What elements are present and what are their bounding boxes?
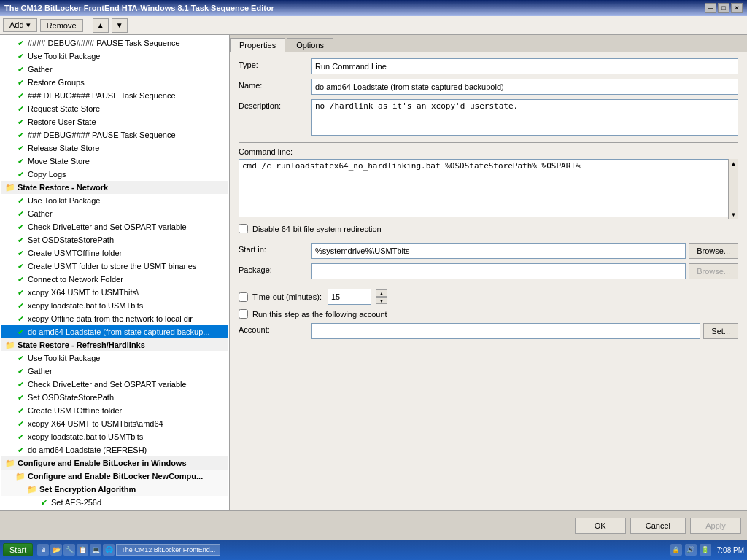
tree-item-copy-logs[interactable]: ✔ Copy Logs (1, 168, 228, 181)
browse2-button[interactable]: Browse... (689, 263, 738, 279)
tree-item-label: Copy Logs (28, 168, 66, 180)
tree-item-label: Restore User State (28, 116, 96, 128)
tree-item-label: xcopy Offline data from the network to l… (28, 313, 193, 324)
tree-item-xcopy-offline[interactable]: ✔ xcopy Offline data from the network to… (1, 312, 228, 325)
check-icon: ✔ (15, 327, 26, 337)
tree-item-label: Set OSDStateStorePath (28, 234, 114, 246)
description-textarea[interactable] (311, 99, 738, 136)
tree-item-check-driveletter[interactable]: ✔ Check DriveLetter and Set OSPART varia… (1, 220, 228, 233)
move-up-button[interactable]: ▲ (93, 18, 109, 33)
tab-properties[interactable]: Properties (230, 38, 285, 52)
start-in-input[interactable] (311, 243, 686, 259)
check-icon: ✔ (38, 497, 50, 508)
folder-icon: 📁 (4, 182, 16, 192)
tree-item-release-state[interactable]: ✔ Release State Store (1, 141, 228, 155)
tree-item-label: xcopy loadstate.bat to USMTbits (28, 431, 143, 443)
tree-item-restore-user-state[interactable]: ✔ Restore User State (1, 115, 228, 128)
tree-item-xcopy-loadstate[interactable]: ✔ xcopy loadstate.bat to USMTbits (1, 299, 228, 312)
tree-subgroup-label: Set Encryption Algorithm (39, 483, 136, 495)
disable64-checkbox[interactable] (239, 224, 248, 233)
account-label: Account: (239, 323, 311, 334)
timeout-input-container: ▲ ▼ (328, 289, 387, 305)
timeout-up-button[interactable]: ▲ (376, 289, 387, 297)
tree-item-xcopy-x64-ref[interactable]: ✔ xcopy X64 USMT to USMTbits\amd64 (1, 417, 228, 430)
tree-item-restore-groups[interactable]: ✔ Restore Groups (1, 76, 228, 89)
add-menu-button[interactable]: Add ▾ (3, 18, 37, 32)
tree-item-xcopy-loadstate-ref[interactable]: ✔ xcopy loadstate.bat to USMTbits (1, 430, 228, 443)
tree-item-set-aes256d[interactable]: ✔ Set AES-256d (1, 496, 228, 509)
tree-item-debug3[interactable]: ✔ ### DEBUG#### PAUSE Task Sequence (1, 128, 228, 141)
tree-item-use-toolkit-net[interactable]: ✔ Use Toolkit Package (1, 194, 228, 207)
tree-item-set-aes128[interactable]: ✔ Set AES-128 (1, 509, 228, 510)
bottom-bar: OK Cancel Apply (0, 510, 747, 540)
tree-group-state-restore-refresh[interactable]: 📁 State Restore - Refresh/Hardlinks (1, 338, 228, 351)
name-input[interactable] (311, 79, 738, 95)
tree-item-debug1[interactable]: ✔ #### DEBUG#### PAUSE Task Sequence (1, 36, 228, 50)
divider2 (239, 238, 738, 238)
check-icon: ✔ (15, 366, 26, 376)
tree-item-create-usmt-offline[interactable]: ✔ Create USMTOffline folder (1, 246, 228, 260)
taskbar: Start 🖥 📂 🔧 📋 💻 🌐 The CM12 BitLocker Fro… (0, 540, 747, 560)
remove-button[interactable]: Remove (40, 19, 83, 32)
close-button[interactable]: ✕ (731, 3, 743, 13)
tree-item-label: Check DriveLetter and Set OSPART variabl… (28, 378, 187, 390)
tree-subgroup-label: Configure and Enable BitLocker NewCompu.… (28, 470, 203, 482)
tree-item-gather[interactable]: ✔ Gather (1, 63, 228, 76)
command-line-container: ▲ ▼ (239, 159, 738, 219)
move-down-button[interactable]: ▼ (112, 18, 128, 33)
timeout-checkbox[interactable] (239, 292, 248, 302)
check-icon: ✔ (15, 195, 26, 206)
command-line-textarea[interactable] (239, 159, 738, 217)
tree-group-configure-bitlocker[interactable]: 📁 Configure and Enable BitLocker in Wind… (1, 456, 228, 470)
timeout-down-button[interactable]: ▼ (376, 297, 387, 304)
type-input[interactable] (311, 58, 738, 74)
tree-item-label: ### DEBUG#### PAUSE Task Sequence (28, 90, 176, 101)
tree-item-xcopy-x64[interactable]: ✔ xcopy X64 USMT to USMTbits\ (1, 286, 228, 299)
tree-item-gather-ref[interactable]: ✔ Gather (1, 365, 228, 378)
cancel-button[interactable]: Cancel (630, 518, 686, 534)
tree-item-label: xcopy X64 USMT to USMTbits\amd64 (28, 418, 163, 429)
tree-item-do-amd64[interactable]: ✔ do amd64 Loadstate (from state capture… (1, 325, 228, 338)
tree-item-use-toolkit[interactable]: ✔ Use Toolkit Package (1, 50, 228, 63)
tree-item-label: xcopy loadstate.bat to USMTbits (28, 300, 143, 311)
check-icon: ✔ (15, 405, 26, 416)
tree-item-request-state[interactable]: ✔ Request State Store (1, 102, 228, 115)
package-input[interactable] (311, 263, 686, 279)
tree-item-check-driveletter-ref[interactable]: ✔ Check DriveLetter and Set OSPART varia… (1, 378, 228, 391)
right-panel: Properties Options Type: Name: (230, 35, 747, 510)
browse1-button[interactable]: Browse... (689, 243, 738, 259)
timeout-input[interactable] (328, 289, 371, 305)
minimize-button[interactable]: ─ (705, 3, 716, 13)
taskbar-app-item[interactable]: The CM12 BitLocker FrontEnd... (116, 544, 220, 556)
check-icon: ✔ (15, 274, 26, 284)
tree-item-set-osd-ref[interactable]: ✔ Set OSDStateStorePath (1, 391, 228, 404)
tree-group-set-encryption[interactable]: 📁 Set Encryption Algorithm (1, 483, 228, 496)
maximize-button[interactable]: □ (718, 3, 729, 13)
start-in-row: Start in: Browse... (239, 243, 738, 259)
tree-item-label: Gather (28, 63, 53, 75)
run-as-checkbox[interactable] (239, 309, 248, 319)
check-icon: ✔ (15, 235, 26, 245)
set-button[interactable]: Set... (703, 323, 738, 339)
tree-item-create-usmt-offline-ref[interactable]: ✔ Create USMTOffline folder (1, 404, 228, 417)
tree-item-connect-network[interactable]: ✔ Connect to Network Folder (1, 273, 228, 286)
tree-item-create-usmt-folder[interactable]: ✔ Create USMT folder to store the USMT b… (1, 260, 228, 273)
tree-item-do-amd64-ref[interactable]: ✔ do amd64 Loadstate (REFRESH) (1, 443, 228, 456)
menu-bar: Add ▾ Remove ▲ ▼ (0, 16, 747, 35)
tree-item-move-state[interactable]: ✔ Move State Store (1, 155, 228, 168)
tree-item-gather-net[interactable]: ✔ Gather (1, 207, 228, 220)
tree-item-debug2[interactable]: ✔ ### DEBUG#### PAUSE Task Sequence (1, 89, 228, 102)
tree-group-configure-bitlocker-new[interactable]: 📁 Configure and Enable BitLocker NewComp… (1, 470, 228, 483)
check-icon: ✔ (15, 64, 26, 74)
check-icon: ✔ (15, 156, 26, 166)
ok-button[interactable]: OK (575, 518, 626, 534)
account-input[interactable] (311, 323, 700, 339)
tab-options[interactable]: Options (287, 38, 333, 52)
apply-button[interactable]: Apply (690, 518, 741, 534)
start-button[interactable]: Start (3, 543, 33, 556)
description-row: Description: (239, 99, 738, 138)
cmd-scrollbar: ▲ ▼ (728, 159, 738, 219)
tree-item-set-osd[interactable]: ✔ Set OSDStateStorePath (1, 233, 228, 246)
tree-group-state-restore-network[interactable]: 📁 State Restore - Network (1, 181, 228, 194)
tree-item-use-toolkit-ref[interactable]: ✔ Use Toolkit Package (1, 351, 228, 365)
